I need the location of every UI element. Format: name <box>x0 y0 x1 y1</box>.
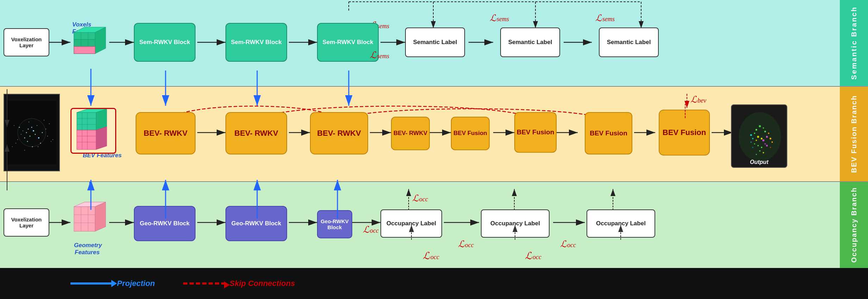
bev-voxel-cube <box>70 108 116 154</box>
svg-point-77 <box>24 150 25 151</box>
svg-text:sems: sems <box>377 23 389 30</box>
bev-fusion-3: BEV Fusion <box>585 112 632 154</box>
semantic-branch-label: Semantic Branch <box>840 0 868 86</box>
bev-fusion-2: BEV Fusion <box>514 112 557 153</box>
svg-text:sems: sems <box>497 16 509 23</box>
svg-point-108 <box>757 145 759 146</box>
svg-text:Features: Features <box>75 249 100 256</box>
svg-point-114 <box>759 150 761 152</box>
output-label: Output <box>732 159 787 165</box>
bev-branch-label: BEV Fusion Branch <box>840 87 868 181</box>
bev-output: Output <box>731 104 787 168</box>
svg-point-58 <box>23 130 23 131</box>
occupancy-voxelization-box: Voxelization Layer <box>4 208 49 237</box>
semantic-label-1: Semantic Label <box>405 28 465 57</box>
svg-rect-144 <box>74 207 95 231</box>
skip-connections-label: Skip Connections <box>230 279 295 288</box>
svg-text:Geometry: Geometry <box>74 242 103 249</box>
svg-text:ℒ: ℒ <box>412 193 419 203</box>
svg-text:ℒ: ℒ <box>560 239 567 249</box>
svg-text:occ: occ <box>567 242 576 249</box>
svg-point-104 <box>752 138 754 139</box>
svg-text:bev: bev <box>698 97 706 104</box>
svg-text:sems: sems <box>602 16 615 23</box>
svg-point-102 <box>766 136 768 138</box>
svg-point-56 <box>37 125 37 126</box>
legend-bar: Projection Skip Connections <box>0 268 868 299</box>
semantic-voxelization-box: Voxelization Layer <box>4 28 49 56</box>
sem-rwkv-block-2: Sem-RWKV Block <box>225 23 287 62</box>
svg-point-67 <box>27 141 28 142</box>
svg-point-74 <box>12 146 13 147</box>
svg-point-64 <box>17 139 18 140</box>
projection-label: Projection <box>117 279 155 288</box>
svg-point-53 <box>35 134 36 135</box>
svg-point-99 <box>761 138 763 139</box>
sem-rwkv-block-3: Sem-RWKV Block <box>317 23 379 62</box>
svg-marker-150 <box>95 202 106 231</box>
svg-point-52 <box>33 130 34 132</box>
projection-legend: Projection <box>70 279 155 288</box>
occupancy-label-1: Occupancy Label <box>380 209 442 238</box>
svg-marker-90 <box>96 127 107 150</box>
svg-point-92 <box>739 112 781 161</box>
sem-rwkv-block-1: Sem-RWKV Block <box>134 23 196 62</box>
svg-rect-85 <box>77 130 96 150</box>
svg-point-63 <box>47 136 48 136</box>
svg-point-76 <box>38 146 38 147</box>
svg-point-118 <box>770 147 771 148</box>
svg-point-112 <box>751 141 752 142</box>
bev-rwkv-1: BEV- RWKV <box>136 112 196 154</box>
semantic-voxel-cube <box>70 25 109 61</box>
svg-text:occ: occ <box>465 242 474 249</box>
svg-point-95 <box>763 127 764 129</box>
svg-point-70 <box>44 120 44 121</box>
svg-text:ℒ: ℒ <box>490 13 497 23</box>
svg-point-68 <box>40 142 41 144</box>
svg-point-117 <box>752 147 754 148</box>
svg-point-116 <box>763 152 764 153</box>
occupancy-label-3: Occupancy Label <box>587 209 655 238</box>
semantic-label-2: Semantic Label <box>500 28 560 57</box>
svg-rect-32 <box>74 47 95 54</box>
skip-connections-legend: Skip Connections <box>183 279 295 288</box>
svg-point-94 <box>756 129 757 130</box>
svg-point-97 <box>764 130 766 132</box>
svg-text:ℒ: ℒ <box>690 94 698 105</box>
svg-rect-26 <box>74 32 95 39</box>
semantic-branch: Semantic Branch <box>0 0 868 87</box>
svg-point-57 <box>38 137 39 139</box>
bev-rwkv-2: BEV- RWKV <box>225 112 287 154</box>
svg-point-61 <box>45 129 46 129</box>
svg-point-93 <box>759 125 761 127</box>
svg-point-96 <box>754 133 755 134</box>
svg-point-59 <box>42 132 43 133</box>
svg-point-115 <box>756 154 757 155</box>
bev-rwkv-4: BEV- RWKV <box>391 117 430 150</box>
svg-point-106 <box>768 133 769 134</box>
svg-point-69 <box>29 122 29 122</box>
svg-point-48 <box>18 118 46 147</box>
svg-point-103 <box>764 143 766 145</box>
svg-point-50 <box>26 132 27 133</box>
svg-point-71 <box>52 139 53 140</box>
bev-fusion-4: BEV Fusion <box>659 110 710 155</box>
projection-arrow-icon <box>70 282 113 285</box>
svg-point-54 <box>31 127 32 128</box>
occupancy-branch-label: Occupancy Branch <box>840 182 868 268</box>
svg-text:ℒ: ℒ <box>595 13 602 23</box>
occupancy-label-2: Occupancy Label <box>481 209 550 238</box>
point-cloud-image <box>4 94 60 171</box>
svg-text:occ: occ <box>419 196 428 203</box>
svg-point-75 <box>32 146 33 147</box>
occupancy-branch: Occupancy Branch <box>0 182 868 268</box>
semantic-label-3: Semantic Label <box>599 28 659 57</box>
svg-point-105 <box>750 134 752 136</box>
svg-point-49 <box>28 128 29 129</box>
svg-rect-78 <box>77 112 96 130</box>
geo-voxel-cube <box>70 201 109 240</box>
bev-branch: BEV Fusion Branch <box>0 87 868 182</box>
svg-point-98 <box>757 136 759 138</box>
geo-rwkv-block-2: Geo-RWKV Block <box>225 206 287 241</box>
svg-point-62 <box>19 127 20 128</box>
